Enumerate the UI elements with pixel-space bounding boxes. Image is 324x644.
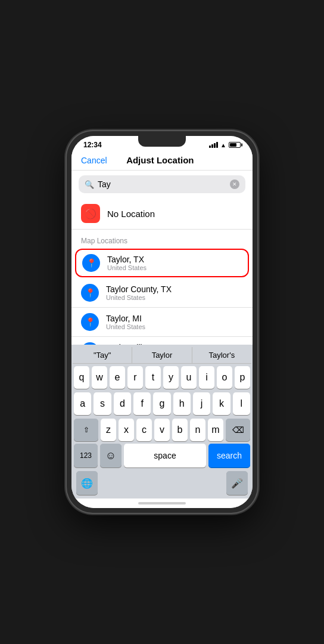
- key-v[interactable]: v: [154, 419, 170, 441]
- home-indicator-bar: [71, 499, 253, 508]
- list-item[interactable]: 📍 Taylor County, TX United States: [71, 278, 253, 308]
- list-item[interactable]: 📍 Taylorsville, UT United States: [71, 337, 253, 345]
- search-icon: 🔍: [85, 180, 94, 189]
- num-key[interactable]: 123: [74, 444, 98, 467]
- no-location-row[interactable]: 🚫 No Location: [71, 198, 253, 230]
- location-pin-icon: 📍: [81, 284, 99, 302]
- globe-key[interactable]: 🌐: [76, 471, 98, 495]
- location-info: Taylor, MI United States: [106, 314, 243, 330]
- key-d[interactable]: d: [114, 392, 131, 415]
- location-sub: United States: [107, 264, 242, 271]
- key-i[interactable]: i: [199, 366, 214, 389]
- key-a[interactable]: a: [74, 392, 91, 415]
- location-name: Taylor County, TX: [106, 284, 243, 294]
- map-locations-header: Map Locations: [71, 230, 253, 247]
- key-j[interactable]: j: [193, 392, 210, 415]
- location-pin-icon: 📍: [81, 313, 99, 331]
- key-f[interactable]: f: [133, 392, 151, 415]
- autocomplete-item-0[interactable]: "Tay": [73, 347, 132, 363]
- shift-key[interactable]: ⇧: [74, 419, 98, 441]
- location-info: Taylor County, TX United States: [106, 284, 243, 301]
- key-q[interactable]: q: [74, 366, 89, 389]
- location-pin-icon: 📍: [82, 254, 100, 272]
- key-y[interactable]: y: [163, 366, 179, 389]
- location-info: Taylor, TX United States: [107, 255, 242, 271]
- delete-key[interactable]: ⌫: [226, 419, 250, 441]
- autocomplete-item-2[interactable]: Taylor's: [192, 347, 251, 363]
- keyboard-area: "Tay" Taylor Taylor's q w e r t y u i o …: [71, 345, 253, 471]
- key-c[interactable]: c: [136, 419, 152, 441]
- key-m[interactable]: m: [208, 419, 223, 441]
- location-name: Taylor, TX: [107, 255, 242, 264]
- space-key[interactable]: space: [124, 444, 206, 467]
- nav-bar: Cancel Adjust Location: [71, 151, 253, 171]
- clear-button[interactable]: ✕: [230, 179, 239, 189]
- key-h[interactable]: h: [173, 392, 191, 415]
- key-g[interactable]: g: [153, 392, 170, 415]
- location-pin-icon: 📍: [81, 342, 99, 345]
- content-area: 🚫 No Location Map Locations 📍 Taylor, TX…: [71, 198, 253, 345]
- wifi-icon: ▲: [220, 142, 226, 148]
- mic-key[interactable]: 🎤: [226, 471, 248, 495]
- location-name: Taylorsville, UT: [106, 343, 243, 345]
- no-location-label: No Location: [107, 209, 155, 219]
- search-bar[interactable]: 🔍 Tay ✕: [79, 175, 245, 193]
- autocomplete-row: "Tay" Taylor Taylor's: [73, 347, 251, 364]
- key-row-1: q w e r t y u i o p: [74, 366, 250, 389]
- cancel-button[interactable]: Cancel: [81, 156, 107, 165]
- search-key[interactable]: search: [208, 444, 250, 467]
- location-sub: United States: [106, 294, 243, 301]
- key-u[interactable]: u: [181, 366, 197, 389]
- key-x[interactable]: x: [119, 419, 134, 441]
- battery-icon: [229, 142, 241, 148]
- list-item[interactable]: 📍 Taylor, TX United States: [75, 249, 249, 277]
- location-list: 📍 Taylor, TX United States 📍 Taylor Coun…: [71, 247, 253, 345]
- key-l[interactable]: l: [233, 392, 250, 415]
- list-item[interactable]: 📍 Taylor, MI United States: [71, 308, 253, 337]
- search-input[interactable]: Tay: [98, 179, 226, 189]
- key-r[interactable]: r: [127, 366, 143, 389]
- location-info: Taylorsville, UT United States: [106, 343, 243, 345]
- key-w[interactable]: w: [92, 366, 107, 389]
- status-time: 12:34: [83, 141, 102, 149]
- search-container: 🔍 Tay ✕: [71, 171, 253, 198]
- key-e[interactable]: e: [110, 366, 125, 389]
- page-title: Adjust Location: [126, 155, 194, 165]
- key-p[interactable]: p: [235, 366, 250, 389]
- keyboard-bottom-row: 123 ☺ space search: [73, 444, 251, 470]
- location-name: Taylor, MI: [106, 314, 243, 323]
- key-row-3: ⇧ z x c v b n m ⌫: [74, 419, 250, 441]
- home-indicator: [138, 502, 186, 504]
- location-sub: United States: [106, 323, 243, 330]
- key-b[interactable]: b: [172, 419, 188, 441]
- key-z[interactable]: z: [101, 419, 116, 441]
- no-location-icon: 🚫: [81, 204, 100, 223]
- key-rows: q w e r t y u i o p a s d f g: [73, 366, 251, 441]
- key-o[interactable]: o: [217, 366, 232, 389]
- key-t[interactable]: t: [145, 366, 161, 389]
- autocomplete-item-1[interactable]: Taylor: [132, 347, 192, 363]
- key-s[interactable]: s: [94, 392, 111, 415]
- signal-icon: [209, 142, 218, 148]
- status-icons: ▲: [209, 142, 241, 148]
- key-row-2: a s d f g h j k l: [74, 392, 250, 415]
- emoji-key[interactable]: ☺: [100, 444, 122, 467]
- key-k[interactable]: k: [213, 392, 230, 415]
- key-n[interactable]: n: [190, 419, 205, 441]
